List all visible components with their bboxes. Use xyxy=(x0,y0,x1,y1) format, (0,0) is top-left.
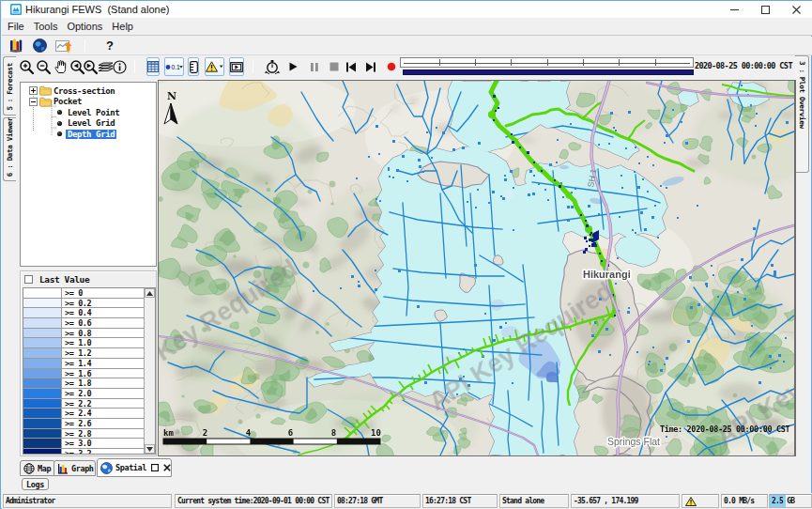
scroll-down-button[interactable] xyxy=(145,444,155,454)
threshold-dropdown-icon: 0.1 xyxy=(165,62,183,72)
legend-row[interactable]: >= 0.6 xyxy=(23,318,155,329)
status-warning-cell[interactable] xyxy=(682,494,719,508)
minimize-icon xyxy=(730,5,740,14)
tree-bullet-icon xyxy=(56,109,63,116)
minimize-button[interactable] xyxy=(719,1,750,18)
tree-item-level-grid[interactable]: Level Grid xyxy=(21,118,156,130)
tab-data-viewer[interactable]: 6 : Data Viewer xyxy=(3,117,16,181)
legend-scrollbar[interactable] xyxy=(144,288,155,454)
tree-item-label: Level Grid xyxy=(66,118,116,128)
map-view[interactable]: API Key Required API Key Required API Ke… xyxy=(159,81,794,455)
zoom-out-button[interactable] xyxy=(35,58,52,75)
main-toolbar: ? xyxy=(2,37,812,55)
legend-value-label: >= 1.4 xyxy=(62,359,91,368)
ruler-button[interactable] xyxy=(188,57,199,76)
legend-row[interactable]: >= 0.8 xyxy=(23,329,155,339)
legend-row[interactable]: >= 0 xyxy=(23,288,155,299)
pause-button[interactable] xyxy=(306,58,323,75)
maximize-button[interactable] xyxy=(750,1,781,18)
tree-item-level-point[interactable]: Level Point xyxy=(21,107,156,118)
tree-expander-icon[interactable] xyxy=(29,86,38,95)
legend-row[interactable]: >= 3.0 xyxy=(23,439,155,449)
last-value-row: Last Value xyxy=(24,274,89,285)
step-back-button[interactable] xyxy=(343,58,360,75)
tab-spatial[interactable]: Spatial xyxy=(97,458,172,477)
record-button[interactable] xyxy=(383,58,400,75)
time-range-bar xyxy=(403,69,694,75)
threshold-dropdown-button[interactable]: 0.1 xyxy=(164,57,184,76)
menu-options[interactable]: Options xyxy=(62,18,107,35)
tree-item-cross-section[interactable]: Cross-section xyxy=(21,85,156,97)
play-button[interactable] xyxy=(284,58,301,75)
stop-button[interactable] xyxy=(326,58,343,75)
globe-wire-icon xyxy=(23,463,35,474)
app-icon xyxy=(10,4,22,15)
bottom-tab-bar: Map Graph Spatial xyxy=(17,458,796,477)
legend-row[interactable]: >= 2.0 xyxy=(23,389,155,399)
legend-swatch xyxy=(23,439,62,448)
title-bar[interactable]: Hikurangi FEWS (Stand alone) xyxy=(2,1,812,18)
tab-close-icon[interactable] xyxy=(163,464,171,471)
globe-blue-icon xyxy=(100,462,113,474)
last-value-checkbox[interactable] xyxy=(24,275,33,284)
legend-row[interactable]: >= 1.2 xyxy=(23,348,155,359)
tab-graph[interactable]: Graph xyxy=(54,460,96,476)
map-canvas[interactable]: API Key Required API Key Required API Ke… xyxy=(159,81,794,455)
tab-forecast[interactable]: 5 : Forecast xyxy=(3,56,16,116)
legend-row[interactable]: >= 1.0 xyxy=(23,338,155,348)
record-icon xyxy=(387,62,396,71)
animate-settings-button[interactable] xyxy=(264,58,281,75)
maximize-icon xyxy=(761,6,770,14)
legend-swatch xyxy=(23,369,62,378)
legend-row[interactable]: >= 1.6 xyxy=(23,369,155,379)
legend-row[interactable]: >= 2.6 xyxy=(23,419,155,429)
tab-plot-overview[interactable]: 3 : Plot Overview xyxy=(795,55,809,173)
tab-label: Spatial xyxy=(115,463,146,472)
import-chart-icon[interactable] xyxy=(55,39,73,54)
explorer-chart-icon[interactable] xyxy=(9,39,24,54)
time-slider[interactable] xyxy=(400,57,694,68)
tree-item-depth-grid[interactable]: Depth Grid xyxy=(21,129,156,140)
legend-row[interactable]: >= 2.2 xyxy=(23,399,155,409)
map-toolbar: 0.1 2020-08-25 00:00:00 CST xyxy=(17,55,796,80)
legend-row[interactable]: >= 1.4 xyxy=(23,359,155,369)
tab-label: 3 : Plot Overview xyxy=(798,61,806,129)
info-button[interactable] xyxy=(111,58,128,75)
menu-file[interactable]: File xyxy=(2,18,29,35)
legend-row[interactable]: >= 3.2 xyxy=(23,449,155,455)
slider-tick xyxy=(547,59,548,66)
zoom-in-button[interactable] xyxy=(18,58,35,75)
step-forward-button[interactable] xyxy=(362,58,379,75)
scroll-up-button[interactable] xyxy=(145,288,155,298)
legend-row[interactable]: >= 2.8 xyxy=(23,429,155,440)
legend-row[interactable]: >= 0.4 xyxy=(23,308,155,318)
tree-item-pocket[interactable]: Pocket xyxy=(21,97,156,108)
menu-tools[interactable]: Tools xyxy=(29,18,63,35)
tab-maximize-icon[interactable] xyxy=(151,464,159,471)
legend-swatch xyxy=(23,419,62,428)
scale-tick-label: 8 xyxy=(331,428,336,438)
tab-map[interactable]: Map xyxy=(20,460,55,476)
legend-value-label: >= 3.0 xyxy=(62,439,91,448)
movie-button[interactable] xyxy=(229,57,244,76)
legend-row[interactable]: >= 2.4 xyxy=(23,409,155,419)
warning-dropdown-button[interactable] xyxy=(205,57,224,76)
legend-swatch xyxy=(23,409,62,418)
tab-label: 5 : Forecast xyxy=(6,63,14,111)
close-button[interactable] xyxy=(781,1,812,18)
movie-icon xyxy=(230,62,243,72)
pan-button[interactable] xyxy=(53,58,69,75)
grid-layer-button[interactable] xyxy=(146,57,160,76)
tree-expander-icon[interactable] xyxy=(29,98,38,106)
threshold-value-label: 0.1 xyxy=(171,64,180,70)
legend-swatch xyxy=(23,288,62,298)
legend-row[interactable]: >= 0.2 xyxy=(23,299,155,309)
spatial-globe-icon[interactable] xyxy=(33,39,47,54)
legend-swatch xyxy=(23,308,62,317)
legend-row[interactable]: >= 1.8 xyxy=(23,378,155,389)
menu-help[interactable]: Help xyxy=(107,18,138,35)
legend-value-label: >= 0.6 xyxy=(62,318,91,328)
logs-button[interactable]: Logs xyxy=(22,478,49,490)
legend-value-label: >= 0.8 xyxy=(62,329,91,338)
help-button[interactable]: ? xyxy=(106,39,114,53)
